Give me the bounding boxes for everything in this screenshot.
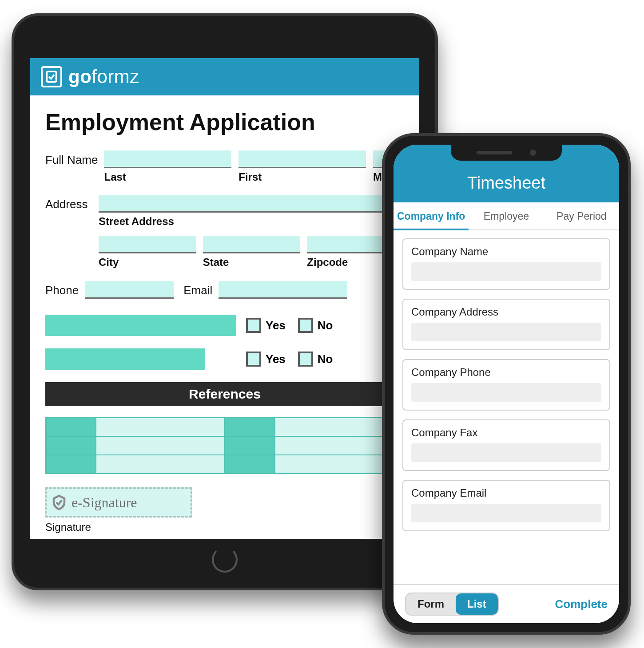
card-company-address: Company Address — [402, 299, 610, 350]
signature-label: Signature — [45, 521, 404, 533]
input-email[interactable] — [219, 281, 347, 299]
question-bar-1 — [45, 315, 236, 336]
label-company-email: Company Email — [411, 487, 601, 499]
home-button-icon[interactable] — [212, 547, 238, 573]
checkbox-q1-no[interactable] — [298, 318, 313, 333]
label-email: Email — [183, 281, 212, 297]
label-address: Address — [45, 195, 92, 211]
input-company-name[interactable] — [411, 262, 601, 281]
sublabel-last: Last — [104, 171, 231, 183]
card-company-fax: Company Fax — [402, 419, 610, 471]
row-phone-email: Phone Email — [45, 281, 404, 299]
phone-footer: Form List Complete — [394, 584, 619, 623]
label-company-address: Company Address — [411, 306, 601, 318]
toggle-list-button[interactable]: List — [456, 593, 498, 615]
label-company-phone: Company Phone — [411, 366, 601, 379]
table-cell[interactable] — [96, 418, 225, 436]
phone-title: Timesheet — [467, 174, 545, 193]
checkbox-q1-yes[interactable] — [246, 318, 261, 333]
sublabel-state: State — [203, 256, 300, 269]
label-company-name: Company Name — [411, 245, 601, 258]
table-cell[interactable] — [96, 455, 225, 474]
input-company-fax[interactable] — [411, 443, 601, 462]
table-cell[interactable] — [46, 418, 96, 436]
input-street[interactable] — [99, 195, 404, 213]
card-company-email: Company Email — [402, 480, 610, 531]
references-header: References — [45, 382, 404, 406]
label-q1-no: No — [318, 319, 333, 332]
brand-bar: goformz — [30, 58, 419, 95]
table-row — [46, 418, 404, 436]
tab-company-info[interactable]: Company Info — [394, 202, 469, 230]
table-row — [46, 455, 404, 474]
label-q2-yes: Yes — [266, 352, 286, 366]
card-company-phone: Company Phone — [402, 359, 610, 411]
input-city[interactable] — [99, 236, 196, 253]
input-phone[interactable] — [85, 281, 174, 299]
brand-right: formz — [91, 66, 139, 87]
shield-check-icon — [51, 494, 67, 510]
row-address: Address Street Address — [45, 195, 404, 228]
phone-screen: Timesheet Company Info Employee Pay Peri… — [394, 145, 619, 623]
phone-notch — [451, 145, 562, 161]
input-company-phone[interactable] — [411, 383, 601, 402]
row-question-2: Yes No — [45, 348, 404, 370]
toggle-form-button[interactable]: Form — [406, 593, 456, 615]
phone-device: Timesheet Company Info Employee Pay Peri… — [382, 133, 631, 635]
table-cell[interactable] — [225, 436, 275, 455]
table-cell[interactable] — [225, 418, 275, 436]
svg-rect-0 — [47, 71, 56, 82]
label-phone: Phone — [45, 281, 79, 297]
speaker-icon — [477, 151, 512, 154]
signature-block: e-Signature Signature — [45, 487, 404, 533]
brand-logo-icon — [41, 66, 62, 87]
brand-wordmark: goformz — [68, 66, 139, 87]
table-cell[interactable] — [225, 455, 275, 474]
page-title: Employment Application — [45, 109, 404, 135]
brand-left: go — [68, 66, 91, 87]
row-address-2: City State Zipcode — [99, 236, 404, 269]
camera-icon — [530, 150, 536, 156]
input-first-name[interactable] — [239, 150, 366, 168]
sublabel-street: Street Address — [99, 215, 404, 228]
signature-field[interactable]: e-Signature — [45, 487, 192, 518]
signature-placeholder: e-Signature — [72, 494, 137, 511]
input-state[interactable] — [203, 236, 300, 253]
tablet-device: goformz Employment Application Full Name… — [12, 13, 438, 590]
checkbox-q2-yes[interactable] — [246, 352, 261, 367]
table-row — [46, 436, 404, 455]
label-full-name: Full Name — [45, 150, 98, 167]
tab-pay-period[interactable]: Pay Period — [544, 202, 619, 229]
question-bar-2 — [45, 348, 205, 370]
tab-employee[interactable]: Employee — [469, 202, 544, 229]
employment-form: Employment Application Full Name Last Fi… — [30, 95, 419, 539]
label-company-fax: Company Fax — [411, 427, 601, 439]
table-cell[interactable] — [46, 436, 96, 455]
tablet-screen: goformz Employment Application Full Name… — [30, 58, 419, 539]
tab-bar: Company Info Employee Pay Period — [394, 202, 619, 230]
table-cell[interactable] — [46, 455, 96, 474]
checkbox-q2-no[interactable] — [298, 352, 313, 367]
label-q1-yes: Yes — [266, 319, 286, 332]
row-question-1: Yes No — [45, 315, 404, 336]
input-company-email[interactable] — [411, 504, 601, 522]
complete-button[interactable]: Complete — [555, 597, 608, 611]
input-company-address[interactable] — [411, 323, 601, 341]
label-q2-no: No — [318, 352, 333, 366]
references-table — [45, 417, 404, 474]
input-last-name[interactable] — [104, 150, 231, 168]
sublabel-first: First — [239, 171, 366, 183]
row-full-name: Full Name Last First MI — [45, 150, 404, 183]
view-toggle: Form List — [405, 593, 499, 616]
sublabel-city: City — [99, 256, 196, 269]
card-company-name: Company Name — [402, 238, 610, 290]
table-cell[interactable] — [96, 436, 225, 455]
field-list: Company Name Company Address Company Pho… — [394, 230, 619, 584]
